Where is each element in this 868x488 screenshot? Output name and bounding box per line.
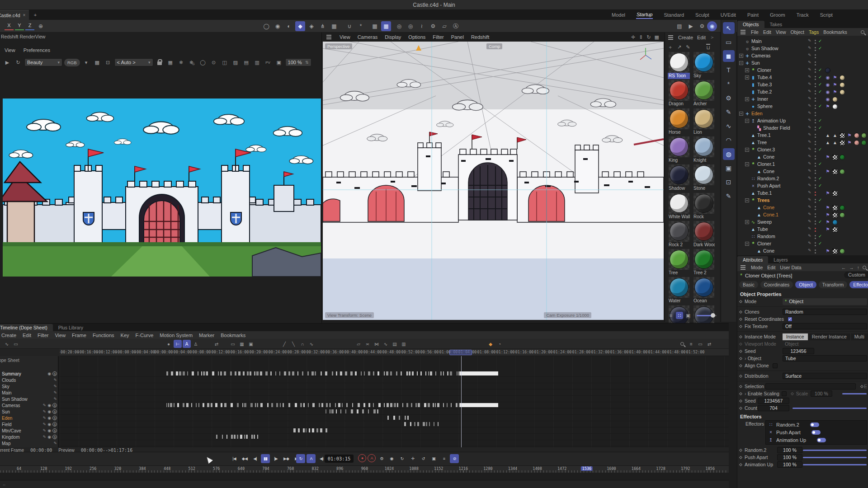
track-eye-icon[interactable]: ◉: [47, 403, 51, 408]
eye-tag-icon[interactable]: ◉: [825, 75, 830, 80]
keyframe[interactable]: [211, 403, 212, 407]
enabled-check-icon[interactable]: ✓: [818, 89, 822, 94]
keyframe[interactable]: [405, 416, 406, 420]
material-thumb[interactable]: [693, 80, 714, 101]
object-row[interactable]: ▲Cone✎⚑: [737, 154, 868, 161]
edit-toggle-icon[interactable]: ✎: [808, 140, 811, 144]
keyframe[interactable]: [270, 371, 272, 375]
edit-toggle-icon[interactable]: ✎: [808, 234, 811, 238]
tab-timeline[interactable]: Timeline (Dope Sheet): [0, 324, 53, 331]
effector-item[interactable]: ∷Random.2: [766, 421, 867, 428]
object-name[interactable]: Cone.1: [763, 212, 778, 217]
flag-tag-icon[interactable]: ⚑: [832, 75, 838, 80]
material-thumb[interactable]: [669, 249, 689, 270]
material-thumb[interactable]: [669, 221, 689, 242]
keyframe[interactable]: [330, 409, 330, 413]
panel-view-icon[interactable]: ▣: [684, 312, 692, 319]
scale-field[interactable]: 100 %: [811, 390, 832, 397]
camera-badge[interactable]: Perspective: [325, 43, 352, 49]
keyframe[interactable]: [183, 403, 184, 407]
objects-menu-bookmarks[interactable]: Bookmarks: [823, 29, 847, 35]
shading-hidden-line-icon[interactable]: ◈: [307, 21, 316, 31]
keyframe[interactable]: [250, 403, 253, 407]
edit-toggle-icon[interactable]: ✎: [808, 205, 811, 209]
array-tool-icon[interactable]: *: [723, 78, 735, 90]
track-eye-icon[interactable]: ◉: [47, 422, 51, 427]
material-item[interactable]: Lion: [693, 108, 715, 136]
layout-tab-sculpt[interactable]: Sculpt: [695, 11, 710, 19]
attr-tab-object[interactable]: Object: [795, 281, 816, 288]
visibility-dots-icon[interactable]: [815, 69, 816, 70]
pass-select[interactable]: Beauty▾: [24, 58, 62, 66]
flag-tag-icon[interactable]: ⚑: [847, 140, 852, 145]
play-mode-button[interactable]: A: [307, 454, 316, 463]
toggle-views-icon[interactable]: ▦: [655, 34, 659, 40]
keyframe-block[interactable]: [460, 403, 498, 407]
track-row-eden[interactable]: Eden✎◉S: [0, 415, 59, 421]
tab-layers[interactable]: Layers: [768, 256, 793, 263]
channel-caret-icon[interactable]: ▾: [82, 58, 91, 67]
track-eye-icon[interactable]: ◉: [47, 409, 51, 414]
keyframe[interactable]: [406, 371, 408, 375]
keyframe[interactable]: [300, 403, 302, 407]
keyframe[interactable]: [330, 403, 330, 407]
keyframe[interactable]: [336, 409, 337, 413]
keyframe[interactable]: [284, 371, 286, 375]
shading-constant-icon[interactable]: ◆: [295, 21, 305, 31]
expander-icon[interactable]: +: [745, 97, 749, 101]
keyframe[interactable]: [450, 371, 452, 375]
move-tool-icon[interactable]: ↖: [723, 22, 735, 34]
material-item[interactable]: Archer: [693, 80, 715, 107]
effector-item[interactable]: ×Push Apart: [766, 428, 867, 436]
edit-toggle-icon[interactable]: ✎: [808, 248, 811, 253]
image-a-icon[interactable]: ▤: [242, 58, 251, 67]
material-item[interactable]: Knight: [693, 136, 715, 164]
keyframe[interactable]: [321, 403, 323, 407]
keyframe[interactable]: [256, 371, 259, 375]
keyframe[interactable]: [254, 435, 255, 439]
edit-toggle-icon[interactable]: ✎: [808, 241, 811, 245]
keyframe[interactable]: [373, 409, 376, 413]
timeline-menu-frame[interactable]: Frame: [72, 333, 86, 338]
edit-toggle-icon[interactable]: ✎: [808, 67, 811, 72]
track-solo-icon[interactable]: S: [52, 435, 57, 439]
keyframe[interactable]: [340, 409, 341, 413]
enabled-check-icon[interactable]: ✓: [818, 241, 822, 246]
keyframe[interactable]: [303, 403, 305, 407]
key-position-button[interactable]: ◉: [387, 454, 396, 463]
layout-tab-standard[interactable]: Standard: [663, 11, 684, 19]
compare-icon[interactable]: ◫: [220, 58, 229, 67]
track-solo-icon[interactable]: S: [52, 428, 57, 433]
material-item[interactable]: Stone: [693, 164, 715, 192]
reset-coordinates-checkbox[interactable]: ✓: [788, 317, 793, 322]
keyframe[interactable]: [443, 403, 444, 407]
keyframe[interactable]: [170, 403, 172, 407]
keyframe[interactable]: [302, 371, 303, 375]
keyframe[interactable]: [435, 403, 436, 407]
keyframe[interactable]: [288, 403, 290, 407]
track-edit-icon[interactable]: ✎: [43, 403, 47, 408]
keyframe[interactable]: [231, 435, 233, 439]
keyframe[interactable]: [417, 371, 418, 375]
material-tag[interactable]: [861, 140, 867, 145]
edit-toggle-icon[interactable]: ✎: [808, 60, 811, 65]
axis-tool-icon[interactable]: ⊕: [36, 21, 46, 31]
keyframe[interactable]: [336, 371, 337, 375]
box-select-icon[interactable]: ▭: [229, 340, 237, 348]
object-row[interactable]: ▲Cone✎⚑: [737, 168, 868, 175]
next-key-button[interactable]: ▶◆: [282, 454, 291, 463]
viewport-canvas[interactable]: Perspective Comp View Transform: Scene C…: [323, 42, 664, 320]
keyframe[interactable]: [226, 435, 227, 439]
zoom-view-icon[interactable]: ⇕: [639, 34, 643, 40]
layout-tab-paint[interactable]: Paint: [747, 11, 759, 19]
objects-menu-view[interactable]: View: [776, 29, 786, 35]
keyframe[interactable]: [428, 371, 429, 375]
keyframe[interactable]: [220, 371, 222, 375]
frame-ruler[interactable]: 6412819225632038444851257664070476883289…: [0, 465, 729, 473]
keyframe[interactable]: [206, 371, 208, 375]
instance-option-multi[interactable]: Multi: [851, 333, 868, 340]
track-solo-icon[interactable]: S: [52, 409, 57, 414]
keyframe[interactable]: [231, 403, 233, 407]
keyframe[interactable]: [440, 371, 442, 375]
keyframe[interactable]: [428, 403, 430, 407]
